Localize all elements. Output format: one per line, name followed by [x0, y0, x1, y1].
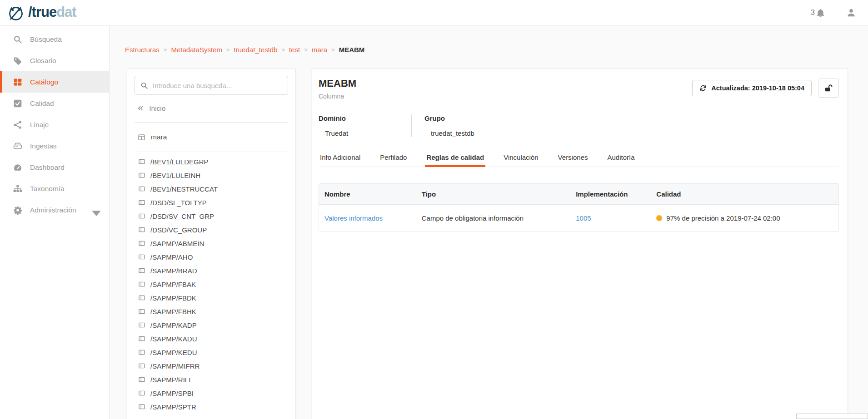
column-icon — [138, 199, 145, 206]
breadcrumb-current: MEABM — [339, 46, 365, 54]
list-item[interactable]: /BEV1/LULDEGRP — [135, 155, 288, 168]
sidebar-item-catalogo[interactable]: Catálogo — [0, 71, 109, 93]
sidebar-item-linaje[interactable]: Linaje — [0, 114, 109, 135]
list-item[interactable]: /BEV1/LULEINH — [135, 168, 288, 182]
rule-name-link[interactable]: Valores informados — [324, 214, 383, 222]
tab-versiones[interactable]: Versiones — [557, 149, 589, 167]
user-menu-button[interactable] — [846, 8, 856, 18]
updated-label: Actualizada: 2019-10-18 05:04 — [711, 84, 804, 92]
list-item[interactable]: /SAPMP/FBHK — [135, 305, 288, 318]
breadcrumb-link-truedat-testdb[interactable]: truedat_testdb — [234, 46, 278, 54]
tab-reglas-de-calidad[interactable]: Reglas de calidad — [425, 149, 485, 167]
tab-info-adicional[interactable]: Info Adicional — [319, 149, 362, 167]
list-item[interactable]: /SAPMP/BRAD — [135, 264, 288, 277]
brand-wordmark: /truedat — [28, 5, 76, 21]
rule-type-cell: Campo de obligatoria información — [416, 205, 570, 232]
lock-toggle-button[interactable] — [818, 79, 839, 98]
field-grupo: Grupo truedat_testdb — [412, 114, 474, 137]
sidebar-item-label: Dashboard — [30, 163, 65, 172]
column-icon — [138, 321, 145, 329]
unlock-icon — [824, 84, 833, 93]
list-item[interactable]: /DSD/SV_CNT_GRP — [135, 209, 288, 223]
list-item[interactable]: /SAPMP/ABMEIN — [135, 237, 288, 250]
breadcrumb-separator: > — [331, 46, 335, 53]
field-value: truedat_testdb — [424, 129, 474, 137]
column-icon — [138, 294, 145, 301]
check-square-icon — [13, 99, 22, 108]
sidebar-item-taxonomia[interactable]: Taxonomía — [0, 178, 109, 199]
list-item[interactable]: /SAPMP/FBDK — [135, 291, 288, 305]
list-item[interactable]: /SAPMP/RILI — [135, 373, 288, 386]
detail-tabs: Info Adicional Perfilado Reglas de calid… — [319, 149, 839, 167]
breadcrumb-link-metadatasystem[interactable]: MetadataSystem — [171, 46, 222, 54]
parent-label: mara — [151, 133, 167, 141]
column-icon — [138, 240, 145, 247]
column-icon — [138, 226, 145, 233]
browser-parent-mara[interactable]: mara — [135, 123, 288, 152]
truedat-logo[interactable]: /truedat — [6, 3, 76, 23]
gear-icon — [13, 206, 22, 215]
tab-vinculacion[interactable]: Vinculación — [502, 149, 539, 167]
structure-browser-panel: « Inicio mara /BEV1/LULDEGRP /BEV1/LULEI… — [127, 68, 296, 419]
user-icon — [846, 8, 856, 18]
sidebar-item-label: Búsqueda — [30, 35, 62, 44]
metadata-fields: Dominio Truedat Grupo truedat_testdb — [319, 114, 839, 137]
quality-rules-table: Nombre Tipo Implementación Calidad Valor… — [319, 183, 839, 232]
main-content: Estructuras > MetadataSystem > truedat_t… — [110, 26, 868, 419]
list-item[interactable]: /SAPMP/SPBI — [135, 386, 288, 400]
table-row: Valores informados Campo de obligatoria … — [319, 205, 838, 232]
column-header-nombre: Nombre — [319, 184, 416, 204]
column-header-tipo: Tipo — [416, 184, 570, 204]
list-item[interactable]: /SAPMP/FBAK — [135, 277, 288, 291]
breadcrumb-link-estructuras[interactable]: Estructuras — [125, 46, 160, 54]
sidebar-item-label: Administración — [30, 206, 76, 214]
list-item[interactable]: /SAPMP/AHO — [135, 250, 288, 264]
sidebar-item-calidad[interactable]: Calidad — [0, 93, 109, 114]
grid-icon — [13, 78, 22, 87]
list-item[interactable]: /BEV1/NESTRUCCAT — [135, 182, 288, 196]
sidebar-item-ingestas[interactable]: Ingestas — [0, 135, 109, 157]
list-item[interactable]: /DSD/SL_TOLTYP — [135, 196, 288, 209]
owl-icon — [6, 3, 26, 23]
browser-home-button[interactable]: « Inicio — [135, 95, 288, 122]
column-icon — [138, 267, 145, 274]
list-item[interactable]: /SAPMP/MIFRR — [135, 359, 288, 373]
column-icon — [138, 362, 145, 370]
bell-icon — [816, 8, 825, 18]
field-label: Dominio — [319, 114, 411, 122]
breadcrumb-link-mara[interactable]: mara — [312, 46, 327, 54]
structure-type-label: Columna — [319, 93, 356, 100]
list-item[interactable]: /SAPMP/KEDU — [135, 345, 288, 359]
sidebar-item-busqueda[interactable]: Búsqueda — [0, 29, 109, 50]
quality-status-dot — [656, 215, 662, 221]
tab-auditoria[interactable]: Auditoría — [606, 149, 636, 167]
structure-detail-panel: MEABM Columna Actualizada: 2019-10-18 05… — [312, 68, 848, 419]
column-icon — [138, 281, 145, 288]
refresh-updated-button[interactable]: Actualizada: 2019-10-18 05:04 — [692, 80, 812, 96]
tab-perfilado[interactable]: Perfilado — [379, 149, 408, 167]
sidebar-item-glosario[interactable]: Glosario — [0, 50, 109, 71]
list-item[interactable]: /SAPMP/KADU — [135, 332, 288, 345]
quality-text: 97% de precisión a 2019-07-24 02:00 — [666, 214, 780, 222]
notifications-button[interactable]: 3 — [811, 8, 825, 18]
structure-list: /BEV1/LULDEGRP /BEV1/LULEINH /BEV1/NESTR… — [135, 152, 288, 414]
sidebar-item-label: Taxonomía — [30, 185, 65, 193]
search-input[interactable] — [153, 82, 282, 89]
implementation-link[interactable]: 1005 — [576, 214, 591, 222]
column-icon — [138, 308, 145, 315]
page-title: MEABM — [319, 78, 356, 89]
breadcrumb: Estructuras > MetadataSystem > truedat_t… — [110, 26, 868, 54]
table-icon — [138, 133, 145, 141]
list-item[interactable]: /DSD/VC_GROUP — [135, 223, 288, 237]
field-label: Grupo — [424, 114, 474, 122]
list-item[interactable]: /SAPMP/KADP — [135, 318, 288, 332]
drive-icon — [13, 142, 22, 151]
column-icon — [138, 376, 145, 383]
sidebar-item-administracion[interactable]: Administración — [0, 199, 109, 221]
sidebar-item-label: Glosario — [30, 57, 56, 65]
list-item[interactable]: /SAPMP/SPTR — [135, 400, 288, 414]
column-icon — [138, 158, 145, 165]
breadcrumb-link-test[interactable]: test — [289, 46, 300, 54]
sidebar-item-dashboard[interactable]: Dashboard — [0, 157, 109, 178]
table-header-row: Nombre Tipo Implementación Calidad — [319, 184, 838, 205]
